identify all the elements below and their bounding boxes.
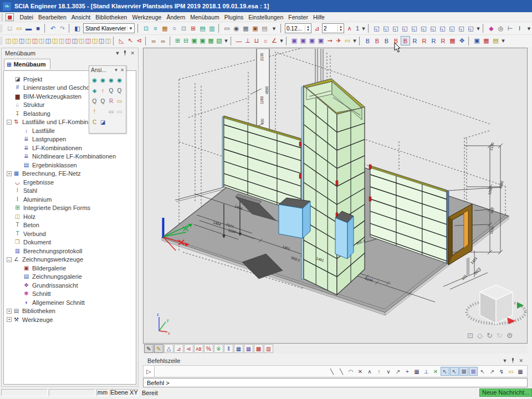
zoom-sel-icon[interactable]: R xyxy=(107,96,115,106)
tree-item-berechnung-fe-netz[interactable]: +▦Berechnung, FE-Netz xyxy=(4,170,136,178)
menu-ansicht[interactable]: Ansicht xyxy=(69,12,93,22)
snap-line2-icon[interactable]: ╲ xyxy=(337,367,346,376)
view-3-icon[interactable]: ◉ xyxy=(107,75,115,85)
settings-gear-icon[interactable]: ⚙ xyxy=(507,331,513,340)
copy-green-icon[interactable]: ⊞ xyxy=(173,36,182,45)
zoom-fit-icon[interactable]: ⊡ xyxy=(467,331,473,340)
beam-r4-icon[interactable]: R xyxy=(438,36,448,45)
save-icon[interactable]: ■ xyxy=(33,24,43,33)
dim-perp-icon[interactable]: ⊥ xyxy=(243,36,252,45)
tree-item-lastgruppen[interactable]: ⇊Lastgruppen xyxy=(4,135,136,144)
tree-item-lf-kombinationen[interactable]: ⇊LF-Kombinationen xyxy=(4,144,136,152)
table-icon[interactable]: ▤ xyxy=(198,24,207,33)
zoom-in-icon[interactable]: Q xyxy=(107,85,115,96)
menu-bearbeiten[interactable]: Bearbeiten xyxy=(36,12,69,22)
load-tab-icon[interactable]: ⊿ xyxy=(174,344,183,353)
tree-item-aluminium[interactable]: IAluminium xyxy=(4,195,136,204)
caret-icon[interactable]: ▾ xyxy=(269,24,279,33)
snap-perp-icon[interactable]: ∨ xyxy=(384,367,393,376)
open-yellow-icon[interactable]: ▭ xyxy=(343,36,352,45)
nodes-icon[interactable]: ∞ xyxy=(149,36,158,45)
info-icon[interactable]: I xyxy=(515,24,524,33)
snap-near-icon[interactable]: ↗ xyxy=(393,367,402,376)
window-view-11-icon[interactable]: ◱ xyxy=(466,24,475,33)
tree-item-bibliotheken[interactable]: +▤Bibliotheken xyxy=(4,307,136,316)
abc-icon[interactable]: ᴀʙ xyxy=(194,344,203,353)
decimal-icon[interactable]: 1 xyxy=(354,24,361,33)
project-window-icon[interactable]: ◧ xyxy=(73,24,82,33)
tree-item-holz[interactable]: ◫Holz xyxy=(4,212,136,221)
win-purple4-icon[interactable]: ▣ xyxy=(316,36,325,45)
status-plane[interactable]: Ebene XY xyxy=(110,389,139,396)
win-purple3-icon[interactable]: ▣ xyxy=(308,36,316,45)
cmd-close-icon[interactable]: ✕ xyxy=(519,358,523,364)
mirror-icon[interactable]: ▣ xyxy=(190,36,198,45)
snap-node-icon[interactable]: ↑ xyxy=(375,367,383,376)
snap-z-icon[interactable]: ↯ xyxy=(497,367,506,376)
node-tool-4-icon[interactable]: ◫ xyxy=(25,36,32,45)
tree-item-allgemeiner-schnitt[interactable]: ◗Allgemeiner Schnitt xyxy=(4,298,136,307)
panel-dropdown-icon[interactable]: ▼ xyxy=(115,50,120,56)
iso-cube-icon[interactable]: ◇ xyxy=(477,331,483,340)
command-cursor-tab[interactable]: ▷ xyxy=(144,366,155,377)
measure-icon[interactable]: ⊢ xyxy=(505,24,515,33)
clip-c-icon[interactable]: C xyxy=(90,117,99,127)
window-view-5-icon[interactable]: ◱ xyxy=(410,24,419,33)
snap-box-icon[interactable]: ⊠ xyxy=(459,367,468,376)
node-tool-15-icon[interactable]: ◫ xyxy=(98,36,105,45)
snap-grid-icon[interactable]: ▦ xyxy=(412,367,421,376)
pipe-icon[interactable]: ‖ xyxy=(224,344,233,353)
snap-int-icon[interactable]: ✕ xyxy=(431,367,440,376)
angle-red-icon[interactable]: ∧ xyxy=(345,24,354,33)
rotate2-icon[interactable]: ↻ xyxy=(497,331,503,340)
dim-angle-icon[interactable]: ∠ xyxy=(270,36,279,45)
move-cross-icon[interactable]: ✥ xyxy=(457,36,467,45)
table-green2-icon[interactable]: ▧ xyxy=(215,36,223,45)
window-view-8-icon[interactable]: ◱ xyxy=(438,24,447,33)
layers-icon[interactable]: ≡ xyxy=(151,24,160,33)
table-green-icon[interactable]: ▦ xyxy=(207,36,215,45)
caret-icon[interactable]: ▾ xyxy=(524,24,532,33)
beam-b1-icon[interactable]: B xyxy=(363,36,372,45)
tree-item-stahl[interactable]: IStahl xyxy=(4,187,136,196)
dim-bracket-icon[interactable]: ⊔ xyxy=(252,36,261,45)
redo-icon[interactable]: ↷ xyxy=(58,24,67,33)
project-combo[interactable]: Stand Klavervier Pla▼ xyxy=(83,23,135,33)
node-tool-3-icon[interactable]: ◫ xyxy=(18,36,25,45)
menu-datei[interactable]: Datei xyxy=(17,12,36,22)
caret-icon[interactable]: ▾ xyxy=(500,36,506,45)
window-view-7-icon[interactable]: ◱ xyxy=(428,24,438,33)
window-view-4-icon[interactable]: ◱ xyxy=(400,24,410,33)
gallery-icon[interactable]: ▣ xyxy=(250,24,260,33)
clipboard-icon[interactable]: ⊡ xyxy=(141,24,151,33)
folder-view-icon[interactable]: ▭ xyxy=(115,96,124,106)
move-green-icon[interactable]: ⊟ xyxy=(182,36,190,45)
doc-grid1-icon[interactable]: ▦ xyxy=(234,344,243,353)
tree-item-integrierte-design-forms[interactable]: ⊞Integrierte Design Forms xyxy=(4,204,136,213)
menu-einstellungen[interactable]: Einstellungen xyxy=(246,12,286,22)
pen-yellow-icon[interactable]: ✎ xyxy=(154,344,163,353)
grid-red-icon[interactable]: ▦ xyxy=(448,36,457,45)
node-tool-14-icon[interactable]: ◫ xyxy=(91,36,98,45)
window-view-2-icon[interactable]: ◱ xyxy=(381,24,391,33)
view-1-icon[interactable]: ◉ xyxy=(90,75,99,85)
window-view-6-icon[interactable]: ◱ xyxy=(419,24,428,33)
grid-red2-icon[interactable]: ▩ xyxy=(254,344,263,353)
node-tool-13-icon[interactable]: ◫ xyxy=(85,36,91,45)
node-tool-9-icon[interactable]: ◫ xyxy=(58,36,65,45)
cmd-pin-icon[interactable] xyxy=(511,358,515,363)
calculator-icon[interactable]: ▦ xyxy=(241,24,250,33)
render-1-icon[interactable]: ▭ xyxy=(107,106,115,117)
window-view-3-icon[interactable]: ◱ xyxy=(391,24,400,33)
snap-corner-icon[interactable]: ↖ xyxy=(478,367,487,376)
zoom-out-icon[interactable]: Q xyxy=(115,85,124,96)
select-cursor-icon[interactable]: ↖ xyxy=(126,36,135,45)
snap-cursor-icon[interactable]: + xyxy=(403,367,412,376)
node-tool-7-icon[interactable]: ◫ xyxy=(45,36,52,45)
rotate-icon[interactable]: ↻ xyxy=(487,331,493,340)
beam-b3-icon[interactable]: B xyxy=(382,36,391,45)
light-icon[interactable]: ! xyxy=(90,106,99,117)
caret-icon[interactable]: ▾ xyxy=(361,24,366,33)
select-area-icon[interactable]: ◺ xyxy=(117,36,126,45)
snap-line1-icon[interactable]: ╲ xyxy=(328,367,336,376)
